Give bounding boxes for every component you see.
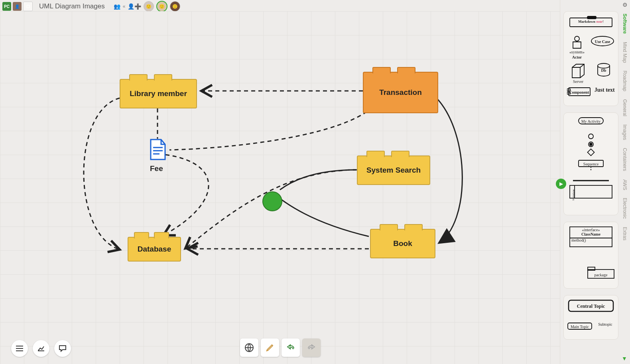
undo-icon [286, 343, 295, 352]
shape-component[interactable]: Component [567, 87, 591, 102]
shape-sequence[interactable]: Sequence [578, 159, 604, 177]
shape-divider[interactable] [567, 180, 615, 181]
label: package [595, 273, 608, 277]
svg-rect-20 [570, 185, 612, 198]
outline-button[interactable] [11, 340, 28, 357]
globe-button[interactable] [240, 338, 258, 357]
chart-button[interactable] [33, 340, 49, 357]
pencil-button[interactable] [261, 338, 279, 357]
node-transaction[interactable]: Transaction [363, 72, 438, 113]
connectors-layer [0, 11, 560, 364]
node-label: Transaction [379, 88, 422, 97]
node-label: Database [138, 245, 171, 254]
shape-panel-mindmap: Central Topic Main Topic Subtopic [563, 295, 618, 340]
comment-button[interactable] [54, 340, 71, 357]
globe-icon [244, 343, 254, 352]
node-label: System Search [366, 166, 421, 175]
svg-rect-5 [587, 16, 596, 19]
node-database[interactable]: Database [128, 237, 181, 262]
svg-rect-16 [588, 149, 595, 156]
tab-images[interactable]: Images [622, 120, 628, 144]
shape-server[interactable]: Server [569, 63, 588, 84]
shape-just-text[interactable]: Just text [595, 87, 615, 102]
shape-use-case[interactable]: Use Case [591, 35, 614, 59]
outline-icon [16, 345, 24, 352]
tab-software[interactable]: Software [622, 10, 628, 38]
dropdown-icon[interactable]: ▼ [622, 355, 627, 362]
shape-sidebar: ⚙ Markdown note! «system» Actor Use Case [560, 0, 630, 364]
shape-swimlane[interactable]: Swimlane [569, 185, 613, 211]
shape-activity[interactable]: My Activity [578, 117, 604, 130]
tab-electronic[interactable]: Electronic [622, 194, 628, 223]
label: Swimlane [572, 189, 575, 201]
junction-dot[interactable] [262, 191, 282, 211]
tab-aws[interactable]: AWS [622, 175, 628, 194]
label: My Activity [581, 119, 601, 124]
blank-board-icon[interactable]: ☐ [23, 2, 33, 11]
label: Just text [595, 87, 615, 93]
label: Markdown [578, 20, 595, 24]
label: «interface» [569, 228, 613, 232]
label: Subtopic [598, 322, 612, 327]
redo-icon [307, 343, 316, 352]
app-logo[interactable]: PC [2, 2, 11, 11]
shape-central-topic[interactable]: Central Topic [568, 299, 614, 319]
board-title[interactable]: UML Diagram Images [39, 2, 105, 10]
tab-mind-map[interactable]: Mind Map [622, 38, 628, 67]
collaborators-icon[interactable]: 👥 [114, 3, 120, 10]
label: Central Topic [577, 303, 605, 309]
label: «system» [569, 50, 585, 54]
svg-point-6 [575, 36, 579, 41]
shape-package[interactable]: package [587, 266, 615, 284]
bottom-toolbar [240, 338, 321, 357]
shape-main-topic[interactable]: Main Topic [567, 322, 593, 335]
sidebar-tabs: Software Mind Map Roadmap General Images… [619, 10, 630, 364]
node-label: Library member [130, 89, 187, 98]
shape-panel-note: Markdown note! «system» Actor Use Case S… [563, 11, 618, 106]
add-user-icon[interactable]: 👤➕ [128, 3, 141, 10]
node-system-search[interactable]: System Search [357, 155, 430, 185]
board-canvas[interactable]: Library member Transaction Fee System Se… [0, 11, 560, 364]
node-label: Book [393, 239, 412, 248]
collapse-icon[interactable]: « [123, 4, 126, 9]
shape-markdown-note[interactable]: Markdown note! [569, 16, 613, 32]
label: Main Topic [571, 325, 589, 329]
redo-button [302, 338, 321, 357]
label: method() [569, 238, 613, 242]
tab-roadmap[interactable]: Roadmap [622, 67, 628, 95]
svg-point-13 [589, 134, 593, 139]
label: Sequence [583, 162, 598, 166]
label: Actor [572, 55, 582, 59]
comment-icon [59, 345, 67, 352]
user-avatar-1[interactable]: 👤 [13, 2, 22, 11]
gear-icon[interactable]: ⚙ [622, 2, 628, 8]
shape-class[interactable]: «interface» ClassName method() [569, 226, 613, 263]
tab-extras[interactable]: Extras [622, 223, 628, 244]
pencil-icon [265, 343, 275, 352]
shape-panel-activity: My Activity Sequence Swimlane [563, 112, 618, 215]
label: ClassName [569, 232, 613, 236]
label: Db [601, 68, 606, 73]
tab-containers[interactable]: Containers [622, 144, 628, 175]
shape-start-end[interactable] [581, 133, 600, 156]
panel-expand-button[interactable]: ▶ [556, 179, 566, 189]
shape-db[interactable]: Db [594, 63, 613, 84]
shape-subtopic[interactable]: Subtopic [596, 322, 615, 335]
label: Component [569, 90, 589, 94]
tab-general[interactable]: General [622, 95, 628, 120]
svg-point-15 [590, 143, 592, 146]
shape-panel-class: «interface» ClassName method() package [563, 222, 618, 289]
node-library-member[interactable]: Library member [120, 79, 197, 108]
label: note [596, 20, 602, 24]
file-icon[interactable] [148, 139, 167, 161]
collab-avatar-3[interactable]: 🙂 [170, 1, 180, 12]
node-fee-label: Fee [150, 164, 163, 173]
collab-avatar-1[interactable]: 🙂 [144, 1, 154, 12]
node-book[interactable]: Book [370, 229, 435, 258]
chart-icon [37, 345, 45, 352]
undo-button[interactable] [282, 338, 300, 357]
svg-point-8 [598, 63, 610, 68]
collab-avatar-2[interactable]: 🙂 [156, 1, 167, 12]
label: Server [573, 79, 583, 84]
shape-actor[interactable]: «system» Actor [567, 35, 587, 59]
